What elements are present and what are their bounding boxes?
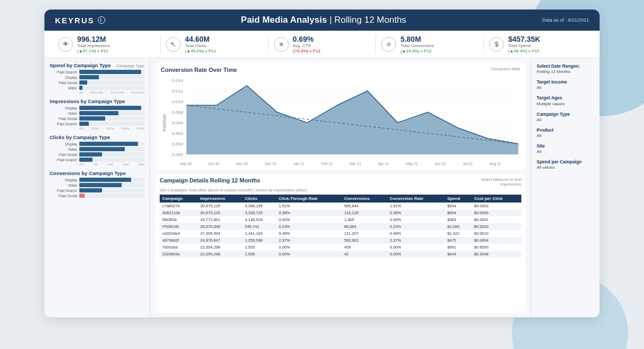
table-cell: 0.48% <box>276 230 342 237</box>
svg-text:0.012: 0.012 <box>172 89 183 94</box>
conversions-chart-section: Conversions by Campaign Type Display Vid… <box>50 170 144 198</box>
table-cell: $0.0003 <box>472 209 521 216</box>
conversions-bar-chart: Display Video Paid Search Paid Social <box>50 178 144 198</box>
center-panel: Conversion Rate Over Time Conversion Rat… <box>150 58 531 317</box>
table-cell: 46798d2f <box>160 237 198 244</box>
table-cell: 592,901 <box>342 237 387 244</box>
filter-product-label: Product <box>537 127 594 133</box>
spend-change: (▲48.4%) v P12 <box>508 49 540 53</box>
conv-chart-legend: Conversion Rate <box>491 67 520 71</box>
col-clicks[interactable]: Clicks <box>242 195 276 203</box>
table-cell: 0.38% <box>387 209 445 216</box>
conversions-values: 5.80M Total Conversions (▲19.3%) v P12 <box>400 35 434 53</box>
svg-text:0.002: 0.002 <box>172 142 183 146</box>
filter-spend-value[interactable]: All values <box>537 165 594 170</box>
col-spend: Spend <box>445 195 472 203</box>
clicks-chart-title: Clicks by Campaign Type <box>50 134 144 140</box>
table-title: Campaign Details Rolling 12 Months <box>160 177 260 183</box>
impressions-chart-section: Impressions by Campaign Type Display Vid… <box>50 98 144 130</box>
svg-text:0.008: 0.008 <box>172 111 183 115</box>
table-cell: 20298c0a <box>160 251 198 258</box>
title-separator: | <box>329 15 334 25</box>
table-cell: $944 <box>445 203 472 209</box>
filter-date-value[interactable]: Rolling 12 Months <box>537 69 594 74</box>
table-cell: 30,675,125 <box>198 203 242 209</box>
page-title: Paid Media Analysis | Rolling 12 Months <box>241 15 407 25</box>
svg-text:0.000: 0.000 <box>172 153 183 157</box>
table-cell: $0.0004 <box>472 237 521 244</box>
filter-campaign-value[interactable]: All <box>537 117 594 122</box>
table-cell: $991 <box>445 244 472 251</box>
table-cell: $0.6593 <box>472 244 521 251</box>
table-cell: 0.23% <box>276 223 342 230</box>
table-row: 5fd2ff3d29,771,8613,148,5260.00%1,3050.0… <box>160 216 521 223</box>
clicks-icon: ↖ <box>166 37 181 52</box>
table-cell: 1.91% <box>387 203 445 209</box>
bar-row: Paid Search <box>50 188 144 192</box>
table-cell: 1,441,163 <box>242 230 276 237</box>
table-cell: 24,976,847 <box>198 237 242 244</box>
col-cpc: Cost per Click <box>472 195 521 203</box>
conversions-main: 5.80M <box>400 35 434 43</box>
impressions-icon: 👁 <box>58 37 73 52</box>
table-cell: $0.2948 <box>472 251 521 258</box>
kpi-bar: 👁 996.12M Total Impressions (▲67.1%) v P… <box>44 31 600 58</box>
main-content: Spend by Campaign Type Campaign Type Pai… <box>44 58 600 317</box>
info-icon[interactable]: i <box>98 16 105 24</box>
ctr-label: Avg. CTR <box>293 43 320 49</box>
impressions-axis: 0M 100M 200M 300M 500M <box>50 127 144 130</box>
bar-row: Paid Social <box>50 194 144 198</box>
spend-chart-title: Spend by Campaign Type <box>50 62 111 68</box>
table-cell: 0.00% <box>387 251 445 258</box>
bar-row: Display <box>50 106 144 110</box>
clicks-chart-section: Clicks by Campaign Type Display Video Pa… <box>50 134 144 166</box>
table-cell: $0.0020 <box>472 223 521 230</box>
table-row: f763619928,570,336545,7410.23%66,8840.23… <box>160 223 521 230</box>
title-main: Paid Media Analysis <box>241 15 327 25</box>
col-conversions: Conversions <box>342 195 387 203</box>
conversions-label: Total Conversions <box>400 43 434 49</box>
filter-spend: Spend per Campaign All values <box>537 159 594 170</box>
spend-values: $457.35K Total Spend (▲48.4%) v P12 <box>508 35 540 53</box>
table-cell: 131,207 <box>342 230 387 237</box>
campaign-details-table: Campaign Details Rolling 12 Months Selec… <box>155 174 526 313</box>
ctr-change: (▽0.3%) v P12 <box>293 49 320 53</box>
conversion-rate-chart: Conversion Rate Over Time Conversion Rat… <box>155 62 526 170</box>
filter-product: Product All <box>537 127 594 138</box>
clicks-axis: 0M 5M 10M 15M 20M <box>50 163 144 166</box>
svg-text:Rate/Ratio: Rate/Ratio <box>162 114 167 132</box>
table-cell: f7636199 <box>160 223 198 230</box>
bar-row: Paid Social <box>50 116 144 121</box>
col-campaign: Campaign <box>160 195 198 203</box>
table-cell: 7b091ba <box>160 244 198 251</box>
filter-site-value[interactable]: All <box>537 149 594 154</box>
table-sort-label[interactable]: Select Measure to SortImpressions <box>481 177 521 187</box>
table-cell: 27,305,934 <box>198 230 242 237</box>
ctr-values: 0.69% Avg. CTR (▽0.3%) v P12 <box>293 35 320 53</box>
filter-ages-value[interactable]: Multiple values <box>537 102 594 106</box>
bar-row: Display <box>50 142 144 146</box>
bar-row: Video <box>50 86 144 90</box>
table-cell: 0.00% <box>276 216 342 223</box>
impressions-main: 996.12M <box>77 35 110 43</box>
col-conv-rate: Conversion Rate <box>387 195 445 203</box>
title-sub: Rolling 12 Months <box>334 15 406 25</box>
ctr-main: 0.69% <box>293 35 320 43</box>
conv-chart-title: Conversion Rate Over Time <box>161 67 237 73</box>
table-cell: 1,503 <box>242 244 276 251</box>
col-ctr: Click-Through Rate <box>276 195 342 203</box>
table-cell: 2.37% <box>387 237 445 244</box>
bar-row: Paid Social <box>50 152 144 157</box>
filter-income-value[interactable]: All <box>537 85 594 90</box>
bar-row: Display <box>50 178 144 182</box>
right-panel: Select Date Ranges: Rolling 12 Months Ta… <box>531 58 600 317</box>
left-panel: Spend by Campaign Type Campaign Type Pai… <box>44 58 150 317</box>
spend-chart-section: Spend by Campaign Type Campaign Type Pai… <box>50 62 144 94</box>
table-cell: 5fd2ff3d <box>160 216 198 223</box>
filter-product-value[interactable]: All <box>537 133 594 138</box>
table-cell: 3,148,526 <box>242 216 276 223</box>
campaign-table: Campaign Impressions Clicks Click-Throug… <box>160 195 521 258</box>
table-cell: cd332de4 <box>160 230 198 237</box>
table-cell: 1.91% <box>276 203 342 209</box>
table-cell: 2.37% <box>276 237 342 244</box>
